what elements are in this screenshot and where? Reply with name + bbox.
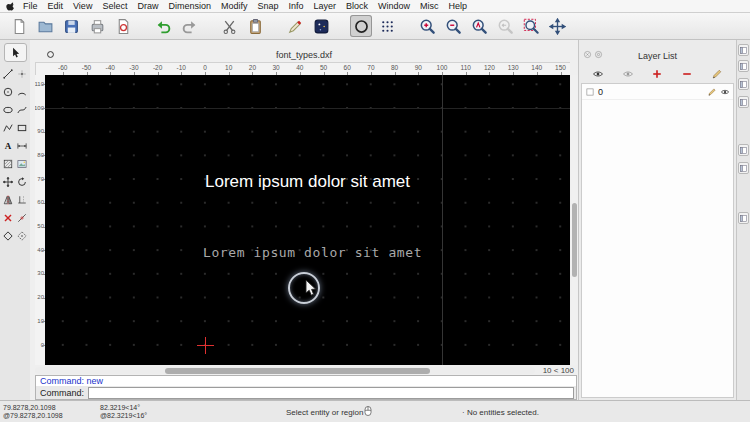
menu-modify[interactable]: Modify: [216, 0, 253, 12]
tool-line-button[interactable]: [1, 65, 15, 83]
undo-button[interactable]: [152, 15, 174, 37]
zoom-auto-button[interactable]: [468, 15, 490, 37]
tool-image-icon: [16, 158, 28, 170]
menu-window[interactable]: Window: [373, 0, 415, 12]
vertical-scrollbar-thumb[interactable]: [572, 203, 577, 277]
dock-toggle-1-button[interactable]: [738, 44, 749, 56]
menu-help[interactable]: Help: [444, 0, 473, 12]
apple-menu-icon[interactable]: [6, 1, 16, 11]
panel-float-icon[interactable]: [594, 50, 603, 59]
show-all-layers-button[interactable]: [588, 66, 608, 81]
new-file-button[interactable]: [8, 15, 30, 37]
tool-dimension-button[interactable]: [15, 137, 29, 155]
tool-text-button[interactable]: A: [1, 137, 15, 155]
tool-hatch-button[interactable]: [1, 155, 15, 173]
menu-file[interactable]: File: [18, 0, 43, 12]
layer-select-checkbox[interactable]: [585, 87, 595, 97]
tool-delete-button[interactable]: [1, 209, 15, 227]
layer-row[interactable]: 0: [582, 84, 733, 100]
tool-explode-button[interactable]: [15, 227, 29, 245]
menu-misc[interactable]: Misc: [415, 0, 444, 12]
dock-toggle-4-button[interactable]: [738, 96, 749, 108]
tool-trim-icon: [16, 194, 28, 206]
left-tool-strip: A: [0, 40, 31, 400]
tool-block-button[interactable]: [1, 227, 15, 245]
zoom-pan-button[interactable]: [546, 15, 568, 37]
menu-view[interactable]: View: [68, 0, 97, 12]
dock-toggle-5-button[interactable]: [738, 144, 749, 156]
print-preview-icon: [115, 18, 132, 35]
snap-settings-button[interactable]: [310, 15, 332, 37]
dock-toggle-2-button[interactable]: [738, 60, 749, 72]
horizontal-scrollbar[interactable]: [35, 367, 535, 374]
cut-icon: [221, 18, 238, 35]
dock-toggle-3-button[interactable]: [738, 78, 749, 90]
current-action-circle-button[interactable]: [350, 15, 372, 37]
cut-button[interactable]: [218, 15, 240, 37]
tool-divide-button[interactable]: [15, 209, 29, 227]
selection-tool-button[interactable]: [4, 43, 27, 62]
tool-polyline-icon: [2, 122, 14, 134]
open-file-button[interactable]: [34, 15, 56, 37]
menu-dimension[interactable]: Dimension: [163, 0, 216, 12]
zoom-out-button[interactable]: [442, 15, 464, 37]
zoom-previous-button[interactable]: [494, 15, 516, 37]
menu-layer[interactable]: Layer: [309, 0, 342, 12]
horizontal-scrollbar-thumb[interactable]: [165, 368, 430, 374]
redo-button[interactable]: [178, 15, 200, 37]
main-toolbar: [0, 13, 750, 40]
hide-all-layers-icon: [622, 68, 634, 80]
zoom-out-icon: [445, 18, 462, 35]
cad-text-normal-font: Lorem ipsum dolor sit amet: [205, 172, 410, 192]
grid-settings-button[interactable]: [376, 15, 398, 37]
vertical-scrollbar[interactable]: [571, 75, 578, 365]
undo-icon: [155, 18, 172, 35]
remove-layer-button[interactable]: [677, 66, 697, 81]
layer-edit-icon[interactable]: [707, 87, 717, 97]
menu-draw[interactable]: Draw: [132, 0, 163, 12]
coordinate-absolute: 79.8278,20.1098: [3, 404, 63, 412]
tool-trim-button[interactable]: [15, 191, 29, 209]
ruler-tick-label: -60: [53, 64, 73, 71]
tool-arc-button[interactable]: [15, 83, 29, 101]
dock-toggle-6-icon: [739, 164, 748, 173]
tool-mirror-button[interactable]: [1, 191, 15, 209]
tool-ellipse-button[interactable]: [1, 101, 15, 119]
drawing-canvas[interactable]: Lorem ipsum dolor sit amet Lorem ipsum d…: [45, 75, 570, 365]
tool-point-button[interactable]: [15, 65, 29, 83]
tool-rotate-button[interactable]: [15, 173, 29, 191]
tool-polyline-button[interactable]: [1, 119, 15, 137]
tool-image-button[interactable]: [15, 155, 29, 173]
dock-toggle-6-button[interactable]: [738, 162, 749, 174]
tool-rect-icon: [16, 122, 28, 134]
ruler-tick-label: -20: [148, 64, 168, 71]
menu-select[interactable]: Select: [97, 0, 132, 12]
menu-info[interactable]: Info: [284, 0, 309, 12]
hide-all-layers-button[interactable]: [618, 66, 638, 81]
dock-toggle-7-button[interactable]: [738, 212, 749, 224]
print-preview-button[interactable]: [112, 15, 134, 37]
print-button[interactable]: [86, 15, 108, 37]
zoom-in-button[interactable]: [416, 15, 438, 37]
zoom-window-button[interactable]: [520, 15, 542, 37]
tool-move-button[interactable]: [1, 173, 15, 191]
edit-layer-icon: [711, 68, 723, 80]
save-file-button[interactable]: [60, 15, 82, 37]
ruler-tick-label: -40: [100, 64, 120, 71]
menu-snap[interactable]: Snap: [252, 0, 283, 12]
redo-icon: [181, 18, 198, 35]
draw-order-button[interactable]: [284, 15, 306, 37]
command-input[interactable]: [88, 387, 574, 399]
panel-close-icon[interactable]: [583, 50, 592, 59]
tool-rect-button[interactable]: [15, 119, 29, 137]
menu-block[interactable]: Block: [341, 0, 373, 12]
dock-toggle-3-icon: [739, 80, 748, 89]
paste-button[interactable]: [244, 15, 266, 37]
menu-edit[interactable]: Edit: [43, 0, 69, 12]
layer-visibility-icon[interactable]: [720, 87, 730, 97]
edit-layer-button[interactable]: [707, 66, 727, 81]
add-layer-button[interactable]: [647, 66, 667, 81]
tool-circle-button[interactable]: [1, 83, 15, 101]
remove-layer-icon: [681, 68, 693, 80]
tool-spline-button[interactable]: [15, 101, 29, 119]
